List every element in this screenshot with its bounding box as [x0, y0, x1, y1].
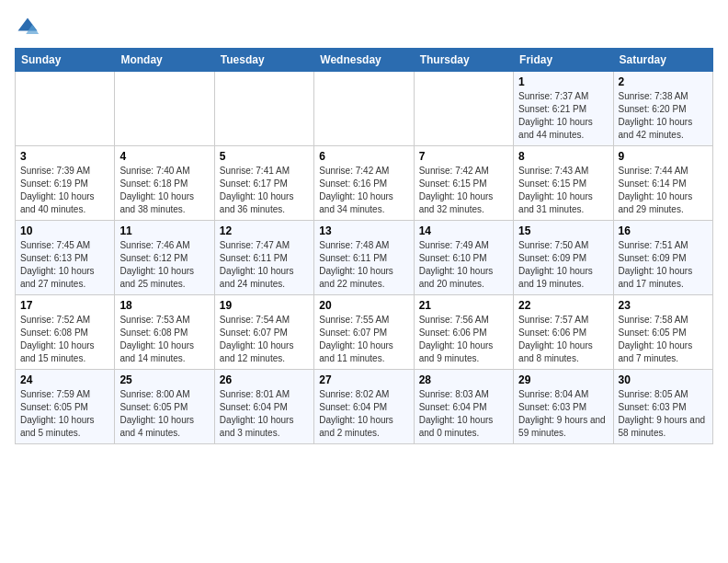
day-number: 6 — [319, 150, 408, 163]
weekday-saturday: Saturday — [613, 49, 712, 72]
calendar-cell: 30Sunrise: 8:05 AM Sunset: 6:03 PM Dayli… — [613, 370, 712, 444]
day-info: Sunrise: 7:53 AM Sunset: 6:08 PM Dayligh… — [119, 314, 209, 365]
day-info: Sunrise: 7:38 AM Sunset: 6:20 PM Dayligh… — [619, 90, 708, 142]
day-info: Sunrise: 8:02 AM Sunset: 6:04 PM Dayligh… — [319, 388, 408, 440]
day-info: Sunrise: 7:46 AM Sunset: 6:12 PM Dayligh… — [119, 239, 209, 291]
calendar-cell — [214, 72, 313, 146]
logo — [15, 15, 44, 40]
day-number: 27 — [319, 373, 408, 386]
weekday-thursday: Thursday — [414, 49, 513, 72]
calendar-cell: 19Sunrise: 7:54 AM Sunset: 6:07 PM Dayli… — [214, 295, 313, 370]
calendar-cell — [414, 72, 513, 146]
day-info: Sunrise: 7:59 AM Sunset: 6:05 PM Dayligh… — [20, 388, 109, 440]
day-info: Sunrise: 8:04 AM Sunset: 6:03 PM Dayligh… — [518, 388, 608, 440]
day-number: 12 — [220, 224, 309, 237]
day-info: Sunrise: 8:05 AM Sunset: 6:03 PM Dayligh… — [619, 388, 708, 440]
day-info: Sunrise: 7:55 AM Sunset: 6:07 PM Dayligh… — [319, 314, 408, 365]
calendar-week-5: 24Sunrise: 7:59 AM Sunset: 6:05 PM Dayli… — [16, 370, 713, 444]
day-info: Sunrise: 7:52 AM Sunset: 6:08 PM Dayligh… — [20, 314, 109, 365]
day-info: Sunrise: 7:49 AM Sunset: 6:10 PM Dayligh… — [419, 239, 508, 291]
day-number: 11 — [119, 224, 209, 237]
day-info: Sunrise: 8:01 AM Sunset: 6:04 PM Dayligh… — [220, 388, 309, 440]
day-info: Sunrise: 7:37 AM Sunset: 6:21 PM Dayligh… — [518, 90, 608, 142]
day-number: 29 — [518, 373, 608, 386]
day-info: Sunrise: 7:43 AM Sunset: 6:15 PM Dayligh… — [518, 165, 608, 216]
calendar-cell: 7Sunrise: 7:42 AM Sunset: 6:15 PM Daylig… — [414, 146, 513, 221]
calendar-week-2: 3Sunrise: 7:39 AM Sunset: 6:19 PM Daylig… — [16, 146, 713, 221]
calendar-cell: 1Sunrise: 7:37 AM Sunset: 6:21 PM Daylig… — [514, 72, 613, 146]
day-number: 7 — [419, 150, 508, 163]
day-info: Sunrise: 7:48 AM Sunset: 6:11 PM Dayligh… — [319, 239, 408, 291]
day-info: Sunrise: 7:42 AM Sunset: 6:16 PM Dayligh… — [319, 165, 408, 216]
day-number: 20 — [319, 299, 408, 312]
weekday-tuesday: Tuesday — [214, 49, 313, 72]
day-info: Sunrise: 8:03 AM Sunset: 6:04 PM Dayligh… — [419, 388, 508, 440]
day-number: 19 — [220, 299, 309, 312]
day-number: 9 — [619, 150, 708, 163]
calendar-cell: 13Sunrise: 7:48 AM Sunset: 6:11 PM Dayli… — [314, 221, 414, 295]
day-number: 5 — [220, 150, 309, 163]
calendar-cell: 18Sunrise: 7:53 AM Sunset: 6:08 PM Dayli… — [115, 295, 214, 370]
day-info: Sunrise: 8:00 AM Sunset: 6:05 PM Dayligh… — [119, 388, 209, 440]
calendar-cell: 21Sunrise: 7:56 AM Sunset: 6:06 PM Dayli… — [414, 295, 513, 370]
calendar-cell: 5Sunrise: 7:41 AM Sunset: 6:17 PM Daylig… — [214, 146, 313, 221]
day-info: Sunrise: 7:58 AM Sunset: 6:05 PM Dayligh… — [619, 314, 708, 365]
day-number: 18 — [119, 299, 209, 312]
day-number: 28 — [419, 373, 508, 386]
calendar-cell: 28Sunrise: 8:03 AM Sunset: 6:04 PM Dayli… — [414, 370, 513, 444]
calendar-cell: 11Sunrise: 7:46 AM Sunset: 6:12 PM Dayli… — [115, 221, 214, 295]
calendar-cell: 3Sunrise: 7:39 AM Sunset: 6:19 PM Daylig… — [16, 146, 115, 221]
day-info: Sunrise: 7:44 AM Sunset: 6:14 PM Dayligh… — [619, 165, 708, 216]
day-number: 10 — [20, 224, 109, 237]
day-number: 14 — [419, 224, 508, 237]
calendar-cell — [115, 72, 214, 146]
day-number: 13 — [319, 224, 408, 237]
calendar-cell: 6Sunrise: 7:42 AM Sunset: 6:16 PM Daylig… — [314, 146, 414, 221]
day-number: 3 — [20, 150, 109, 163]
calendar-week-4: 17Sunrise: 7:52 AM Sunset: 6:08 PM Dayli… — [16, 295, 713, 370]
day-number: 25 — [119, 373, 209, 386]
calendar-cell: 15Sunrise: 7:50 AM Sunset: 6:09 PM Dayli… — [514, 221, 613, 295]
day-number: 2 — [619, 75, 708, 88]
calendar-cell: 24Sunrise: 7:59 AM Sunset: 6:05 PM Dayli… — [16, 370, 115, 444]
day-number: 17 — [20, 299, 109, 312]
calendar-cell: 25Sunrise: 8:00 AM Sunset: 6:05 PM Dayli… — [115, 370, 214, 444]
day-info: Sunrise: 7:56 AM Sunset: 6:06 PM Dayligh… — [419, 314, 508, 365]
day-number: 21 — [419, 299, 508, 312]
day-info: Sunrise: 7:47 AM Sunset: 6:11 PM Dayligh… — [220, 239, 309, 291]
day-info: Sunrise: 7:45 AM Sunset: 6:13 PM Dayligh… — [20, 239, 109, 291]
calendar-table: SundayMondayTuesdayWednesdayThursdayFrid… — [15, 48, 713, 444]
weekday-sunday: Sunday — [16, 49, 115, 72]
day-info: Sunrise: 7:50 AM Sunset: 6:09 PM Dayligh… — [518, 239, 608, 291]
day-number: 30 — [619, 373, 708, 386]
day-info: Sunrise: 7:54 AM Sunset: 6:07 PM Dayligh… — [220, 314, 309, 365]
day-info: Sunrise: 7:41 AM Sunset: 6:17 PM Dayligh… — [220, 165, 309, 216]
day-number: 22 — [518, 299, 608, 312]
day-info: Sunrise: 7:40 AM Sunset: 6:18 PM Dayligh… — [119, 165, 209, 216]
calendar-cell: 23Sunrise: 7:58 AM Sunset: 6:05 PM Dayli… — [613, 295, 712, 370]
calendar-cell: 22Sunrise: 7:57 AM Sunset: 6:06 PM Dayli… — [514, 295, 613, 370]
calendar-cell: 10Sunrise: 7:45 AM Sunset: 6:13 PM Dayli… — [16, 221, 115, 295]
calendar-cell: 12Sunrise: 7:47 AM Sunset: 6:11 PM Dayli… — [214, 221, 313, 295]
page-header — [15, 15, 713, 40]
calendar-cell: 26Sunrise: 8:01 AM Sunset: 6:04 PM Dayli… — [214, 370, 313, 444]
day-info: Sunrise: 7:57 AM Sunset: 6:06 PM Dayligh… — [518, 314, 608, 365]
logo-icon — [15, 15, 40, 40]
calendar-cell: 2Sunrise: 7:38 AM Sunset: 6:20 PM Daylig… — [613, 72, 712, 146]
weekday-friday: Friday — [514, 49, 613, 72]
calendar-cell: 16Sunrise: 7:51 AM Sunset: 6:09 PM Dayli… — [613, 221, 712, 295]
day-info: Sunrise: 7:42 AM Sunset: 6:15 PM Dayligh… — [419, 165, 508, 216]
calendar-cell: 9Sunrise: 7:44 AM Sunset: 6:14 PM Daylig… — [613, 146, 712, 221]
day-number: 16 — [619, 224, 708, 237]
day-number: 8 — [518, 150, 608, 163]
calendar-week-3: 10Sunrise: 7:45 AM Sunset: 6:13 PM Dayli… — [16, 221, 713, 295]
calendar-cell: 27Sunrise: 8:02 AM Sunset: 6:04 PM Dayli… — [314, 370, 414, 444]
calendar-cell — [314, 72, 414, 146]
day-info: Sunrise: 7:39 AM Sunset: 6:19 PM Dayligh… — [20, 165, 109, 216]
day-info: Sunrise: 7:51 AM Sunset: 6:09 PM Dayligh… — [619, 239, 708, 291]
day-number: 1 — [518, 75, 608, 88]
day-number: 24 — [20, 373, 109, 386]
weekday-monday: Monday — [115, 49, 214, 72]
day-number: 26 — [220, 373, 309, 386]
calendar-cell — [16, 72, 115, 146]
